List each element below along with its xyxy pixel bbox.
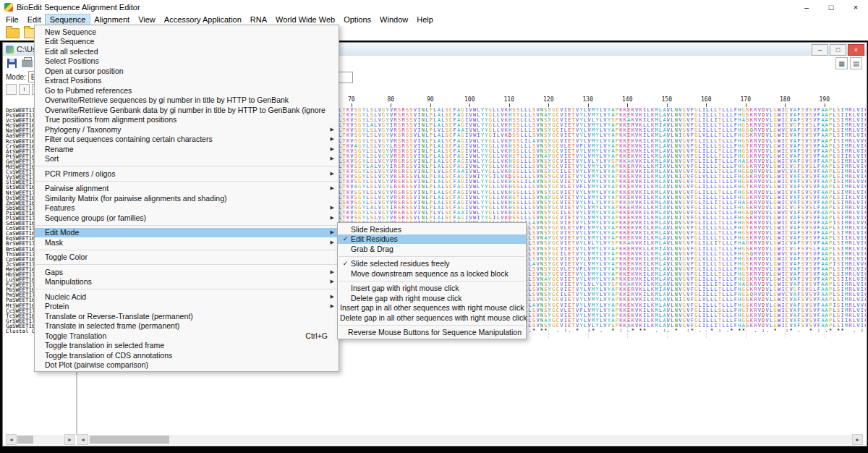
menu-item-edit-mode[interactable]: Edit Mode▶ [35, 228, 339, 238]
submenu-item-insert-gap-in-all-other-sequences-with-right-mouse-click[interactable]: Insert gap in all other sequences with r… [338, 303, 526, 313]
scroll-left-icon[interactable]: ◄ [6, 434, 17, 445]
submenu-item-move-downstream-sequence-as-a-locked-block[interactable]: Move downstream sequence as a locked blo… [338, 268, 526, 279]
menubar-item-accessory-application[interactable]: Accessory Application [160, 14, 246, 25]
submenu-item-insert-gap-with-right-mouse-click[interactable]: Insert gap with right mouse click [338, 284, 526, 294]
submenu-arrow-icon: ▶ [328, 240, 334, 245]
save-icon[interactable] [7, 59, 17, 68]
menu-item-gaps[interactable]: Gaps▶ [35, 267, 339, 277]
menu-item-features[interactable]: Features▶ [35, 203, 339, 213]
menu-item-toggle-translation-of-cds-annotations[interactable]: Toggle translation of CDS annotations [35, 350, 339, 360]
menu-item-edit-sequence[interactable]: Edit Sequence [35, 37, 339, 47]
submenu-item-reverse-mouse-buttons-for-sequence-manipulation[interactable]: Reverse Mouse Buttons for Sequence Manip… [338, 328, 526, 338]
submenu-item-grab-drag[interactable]: Grab & Drag [338, 244, 526, 254]
menu-item-sort[interactable]: Sort▶ [35, 154, 339, 164]
menu-item-overwrite-retrieve-sequences-by-gi-number-in-title-by-http-to-genbank[interactable]: Overwrite/Retrieve sequences by gi numbe… [35, 96, 339, 106]
maximize-button[interactable]: □ [819, 0, 843, 14]
menu-item-edit-all-selected[interactable]: Edit all selected [35, 46, 339, 56]
submenu-item-label: Move downstream sequence as a locked blo… [351, 269, 522, 278]
selection-mode-button[interactable] [6, 84, 17, 95]
ruler-tick [825, 103, 825, 107]
submenu-item-delete-gap-with-right-mouse-click[interactable]: Delete gap with right mouse click [338, 293, 526, 303]
ruler-tick [509, 103, 510, 107]
list-view-icon[interactable]: ▤ [850, 57, 862, 69]
menu-item-translate-in-selected-frame-permanent[interactable]: Translate in selected frame (permanent) [35, 321, 339, 331]
menu-item-pcr-primers-oligos[interactable]: PCR Primers / oligos▶ [35, 169, 339, 179]
close-button[interactable]: × [843, 0, 868, 14]
menubar-item-help[interactable]: Help [412, 14, 438, 25]
menu-item-label: Select Positions [45, 56, 328, 65]
new-document-icon[interactable] [6, 28, 20, 38]
menu-item-similarity-matrix-for-pairwise-alignments-and-shading[interactable]: Similarity Matrix (for pairwise alignmen… [35, 193, 339, 203]
menubar-item-window[interactable]: Window [375, 14, 412, 25]
grid-view-icon[interactable]: ▦ [835, 57, 848, 69]
menu-item-open-at-cursor-position[interactable]: Open at cursor position [35, 66, 339, 76]
menu-item-go-to-pubmed-references[interactable]: Go to Pubmed references [35, 85, 339, 96]
menu-shortcut: Ctrl+G [305, 331, 328, 340]
minimize-button[interactable]: – [794, 0, 819, 14]
scroll-right-icon[interactable]: ► [852, 434, 863, 445]
menu-item-phylogeny-taxonomy[interactable]: Phylogeny / Taxonomy▶ [35, 124, 339, 135]
submenu-arrow-icon: ▶ [328, 171, 334, 177]
child-minimize-button[interactable]: – [812, 44, 828, 56]
menu-item-label: Open at cursor position [45, 67, 328, 75]
submenu-item-delete-gap-in-all-other-sequences-with-right-mouse-click[interactable]: Delete gap in all other sequences with r… [338, 313, 526, 323]
names-scroll-thumb[interactable] [17, 436, 33, 444]
menubar-item-rna[interactable]: RNA [246, 14, 271, 25]
menu-item-extract-positions[interactable]: Extract Positions [35, 76, 339, 86]
menu-item-label: Edit all selected [45, 47, 328, 56]
submenu-item-slide-residues[interactable]: Slide Residues [338, 224, 526, 234]
names-scroll-track[interactable] [17, 435, 64, 444]
scroll-right-icon[interactable]: ► [64, 434, 75, 445]
menubar-item-file[interactable]: File [1, 14, 23, 25]
menu-item-true-positions-from-alignment-positions[interactable]: True positions from alignment positions [35, 115, 339, 125]
menu-item-dot-plot-pairwise-comparison[interactable]: Dot Plot (pairwise comparison) [35, 360, 339, 371]
menu-item-protein[interactable]: Protein▶ [35, 302, 339, 312]
child-maximize-button[interactable]: □ [830, 44, 846, 56]
menu-separator [339, 256, 525, 257]
submenu-item-label: Edit Residues [351, 234, 522, 243]
window-title: BioEdit Sequence Alignment Editor [17, 3, 140, 12]
alignment-scroll-thumb[interactable] [90, 436, 169, 444]
ruler-tick [706, 103, 707, 107]
menu-item-label: Toggle translation in selected frame [45, 341, 328, 350]
menubar-item-view[interactable]: View [134, 14, 160, 25]
menu-item-new-sequence[interactable]: New Sequence [35, 27, 339, 37]
menu-item-toggle-translation-in-selected-frame[interactable]: Toggle translation in selected frame [35, 341, 339, 351]
menubar-item-edit[interactable]: Edit [23, 14, 46, 25]
child-close-button[interactable]: × [848, 44, 864, 56]
ruler-number: 90 [422, 96, 439, 103]
scroll-left-icon[interactable]: ◄ [77, 434, 88, 445]
mode-label: Mode: [6, 73, 26, 81]
menu-item-label: Extract Positions [45, 76, 328, 85]
menubar-item-options[interactable]: Options [339, 14, 375, 25]
menu-item-manipulations[interactable]: Manipulations▶ [35, 277, 339, 287]
menu-item-overwrite-retrieve-genbank-data-by-gi-number-in-title-by-http-to-genbank-ignore-sequence[interactable]: Overwrite/Retrieve Genbank data by gi nu… [35, 105, 339, 115]
menu-item-translate-or-reverse-translate-permanent[interactable]: Translate or Reverse-Translate (permanen… [35, 311, 339, 321]
print-icon[interactable] [22, 59, 33, 67]
submenu-item-slide-selected-residues-freely[interactable]: ✓Slide selected residues freely [338, 259, 526, 269]
menu-item-rename[interactable]: Rename▶ [35, 144, 339, 154]
submenu-arrow-icon: ▶ [328, 229, 334, 235]
menu-item-toggle-translation[interactable]: Toggle TranslationCtrl+G [35, 331, 339, 341]
menu-item-filter-out-sequences-containing-certain-characters[interactable]: Filter out sequences containing certain … [35, 135, 339, 145]
menu-item-mask[interactable]: Mask▶ [35, 237, 339, 247]
ruler-tick [430, 103, 431, 107]
menubar-item-world-wide-web[interactable]: World Wide Web [271, 14, 339, 25]
menu-item-toggle-color[interactable]: Toggle Color [35, 253, 339, 263]
submenu-item-edit-residues[interactable]: ✓Edit Residues [338, 234, 526, 245]
menubar-item-alignment[interactable]: Alignment [90, 14, 134, 25]
menu-item-nucleic-acid[interactable]: Nucleic Acid▶ [35, 292, 339, 302]
alignment-scroll-track[interactable] [88, 435, 852, 444]
menu-item-pairwise-alignment[interactable]: Pairwise alignment▶ [35, 184, 339, 194]
menu-item-sequence-groups-or-families[interactable]: Sequence groups (or families)▶ [35, 213, 339, 223]
text-mode-button[interactable]: I [19, 84, 30, 95]
alignment-horizontal-scrollbar[interactable]: ◄ ► [77, 435, 863, 444]
menu-item-select-positions[interactable]: Select Positions [35, 56, 339, 67]
ruler-tick [588, 103, 589, 107]
menubar-item-sequence[interactable]: Sequence [46, 14, 90, 25]
ruler-number: 150 [658, 96, 676, 103]
names-horizontal-scrollbar[interactable]: ◄ ► [6, 435, 75, 444]
menu-item-label: Toggle Translation [45, 331, 298, 340]
menu-item-label: Mask [45, 238, 328, 247]
ruler-number: 170 [737, 96, 754, 103]
